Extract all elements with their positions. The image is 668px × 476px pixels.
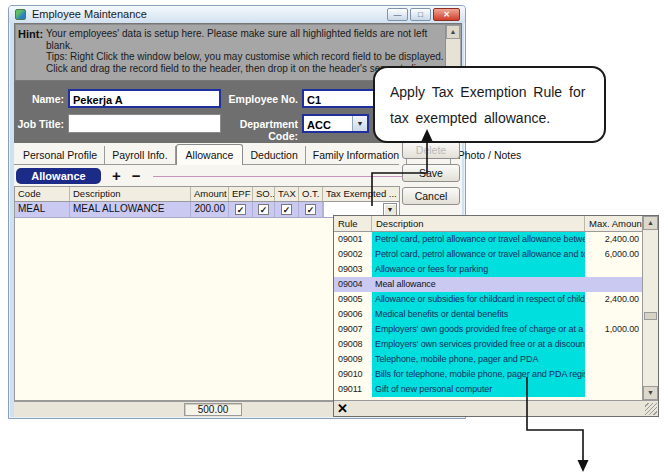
rule-max-amount[interactable]: 6,000.00 — [585, 247, 642, 262]
rule-code[interactable]: 09007 — [334, 322, 372, 337]
rule-max-amount[interactable] — [585, 262, 642, 277]
tab-payroll-info[interactable]: Payroll Info. — [105, 146, 175, 164]
resize-grip[interactable] — [645, 403, 657, 415]
popup-close-button[interactable]: ✕ — [337, 401, 348, 416]
add-row-button[interactable]: + — [112, 169, 121, 183]
department-code-combo[interactable]: ACC ▼ — [302, 114, 369, 133]
tab-deduction[interactable]: Deduction — [243, 146, 305, 164]
cell-amount[interactable]: 200.00 — [191, 202, 229, 217]
total-amount: 500.00 — [184, 403, 242, 416]
chevron-down-icon[interactable]: ▼ — [352, 116, 367, 131]
delete-button[interactable]: Delete — [402, 141, 460, 159]
rule-max-amount[interactable] — [585, 337, 642, 352]
job-title-input[interactable] — [68, 114, 221, 133]
rule-description[interactable]: Employers' own goods provided free of ch… — [372, 322, 585, 337]
popup-row-09007[interactable]: 09007 Employers' own goods provided free… — [334, 322, 642, 337]
close-button[interactable]: ✕ — [433, 8, 460, 21]
ot-checkbox[interactable]: ✓ — [299, 202, 323, 217]
rule-description[interactable]: Gift of new personal computer — [372, 382, 585, 397]
tab-personal-profile[interactable]: Personal Profile — [16, 146, 105, 164]
column-header-amount[interactable]: Amount — [191, 187, 229, 201]
column-header-tax[interactable]: TAX — [275, 187, 299, 201]
tax-checkbox[interactable]: ✓ — [275, 202, 299, 217]
popup-row-09008[interactable]: 09008 Employers' own services provided f… — [334, 337, 642, 352]
rule-description[interactable]: Allowance or subsidies for childcard in … — [372, 292, 585, 307]
socso-checkbox[interactable]: ✓ — [253, 202, 275, 217]
rule-code[interactable]: 09004 — [334, 277, 372, 292]
tab-allowance[interactable]: Allowance — [176, 144, 244, 165]
check-icon[interactable]: ✓ — [281, 204, 292, 215]
scrollbar-thumb[interactable] — [644, 312, 657, 320]
rule-max-amount[interactable]: 1,000.00 — [585, 322, 642, 337]
column-header-ot[interactable]: O.T. — [299, 187, 323, 201]
popup-row-09001[interactable]: 09001 Petrol card, petrol allowance or t… — [334, 232, 642, 247]
scroll-up-icon[interactable]: ▲ — [643, 216, 658, 230]
rule-code[interactable]: 09003 — [334, 262, 372, 277]
name-input[interactable]: Pekerja A — [68, 89, 221, 108]
popup-column-rule[interactable]: Rule — [334, 216, 372, 231]
cancel-button[interactable]: Cancel — [402, 187, 460, 205]
window-title: Employee Maintenance — [32, 7, 385, 22]
popup-column-max-amount[interactable]: Max. Amount — [585, 216, 642, 231]
cell-description[interactable]: MEAL ALLOWANCE — [70, 202, 191, 217]
rule-code[interactable]: 09001 — [334, 232, 372, 247]
department-code-value: ACC — [307, 119, 331, 131]
column-header-description[interactable]: Description — [70, 187, 191, 201]
hint-label: Hint: — [18, 28, 43, 40]
column-header-socso[interactable]: SO... — [253, 187, 275, 201]
popup-row-09002[interactable]: 09002 Petrol card, petrol allowance or t… — [334, 247, 642, 262]
rule-description[interactable]: Meal allowance — [372, 277, 585, 292]
minimize-button[interactable]: — — [387, 8, 408, 21]
rule-code[interactable]: 09010 — [334, 367, 372, 382]
rule-code[interactable]: 09008 — [334, 337, 372, 352]
popup-row-09009[interactable]: 09009 Telephone, mobile phone, pager and… — [334, 352, 642, 367]
tab-family-information[interactable]: Family Information — [306, 146, 407, 164]
rule-max-amount[interactable]: 2,400.00 — [585, 232, 642, 247]
rule-max-amount[interactable] — [585, 307, 642, 322]
rule-description[interactable]: Petrol card, petrol allowance or travel … — [372, 247, 585, 262]
epf-checkbox[interactable]: ✓ — [229, 202, 253, 217]
save-button[interactable]: Save — [402, 164, 460, 182]
maximize-button[interactable]: □ — [410, 8, 431, 21]
column-header-tax-exempted[interactable]: Tax Exempted ... — [323, 187, 399, 201]
column-header-code[interactable]: Code — [15, 187, 70, 201]
check-icon[interactable]: ✓ — [305, 204, 316, 215]
employee-no-label: Employee No. — [226, 93, 298, 105]
scroll-up-icon[interactable]: ▲ — [446, 25, 460, 39]
rule-description[interactable]: Bills for telephone, mobile phone, pager… — [372, 367, 585, 382]
popup-row-09010[interactable]: 09010 Bills for telephone, mobile phone,… — [334, 367, 642, 382]
cell-code[interactable]: MEAL — [15, 202, 70, 217]
rule-max-amount[interactable]: 2,400.00 — [585, 292, 642, 307]
rule-max-amount[interactable] — [585, 382, 642, 397]
rule-description[interactable]: Allowance or fees for parking — [372, 262, 585, 277]
popup-row-09011[interactable]: 09011 Gift of new personal computer — [334, 382, 642, 397]
rule-max-amount[interactable] — [585, 352, 642, 367]
popup-scrollbar[interactable]: ▲ ▼ — [642, 216, 658, 400]
allowance-toolbar: Allowance + − — [14, 167, 462, 185]
rule-description[interactable]: Employers' own services provided free or… — [372, 337, 585, 352]
scroll-down-icon[interactable]: ▼ — [643, 386, 658, 400]
tab-photo-notes[interactable]: Photo / Notes — [451, 146, 529, 164]
popup-row-09006[interactable]: 09006 Medical benefits or dental benefit… — [334, 307, 642, 322]
rule-code[interactable]: 09005 — [334, 292, 372, 307]
popup-row-list: 09001 Petrol card, petrol allowance or t… — [334, 232, 642, 400]
titlebar[interactable]: Employee Maintenance — □ ✕ — [9, 6, 465, 23]
rule-description[interactable]: Telephone, mobile phone, pager and PDA — [372, 352, 585, 367]
remove-row-button[interactable]: − — [132, 169, 141, 183]
rule-code[interactable]: 09002 — [334, 247, 372, 262]
rule-description[interactable]: Medical benefits or dental benefits — [372, 307, 585, 322]
rule-code[interactable]: 09006 — [334, 307, 372, 322]
popup-row-09005[interactable]: 09005 Allowance or subsidies for childca… — [334, 292, 642, 307]
check-icon[interactable]: ✓ — [235, 204, 246, 215]
check-icon[interactable]: ✓ — [258, 204, 269, 215]
popup-row-09003[interactable]: 09003 Allowance or fees for parking — [334, 262, 642, 277]
popup-row-09004-selected[interactable]: 09004 Meal allowance — [334, 277, 642, 292]
rule-max-amount[interactable] — [585, 367, 642, 382]
rule-max-amount[interactable] — [585, 277, 642, 292]
column-header-epf[interactable]: EPF — [229, 187, 253, 201]
rule-code[interactable]: 09011 — [334, 382, 372, 397]
rule-description[interactable]: Petrol card, petrol allowance or travel … — [372, 232, 585, 247]
rule-code[interactable]: 09009 — [334, 352, 372, 367]
popup-column-description[interactable]: Description — [372, 216, 585, 231]
grid-header: Code Description Amount EPF SO... TAX O.… — [15, 187, 399, 202]
